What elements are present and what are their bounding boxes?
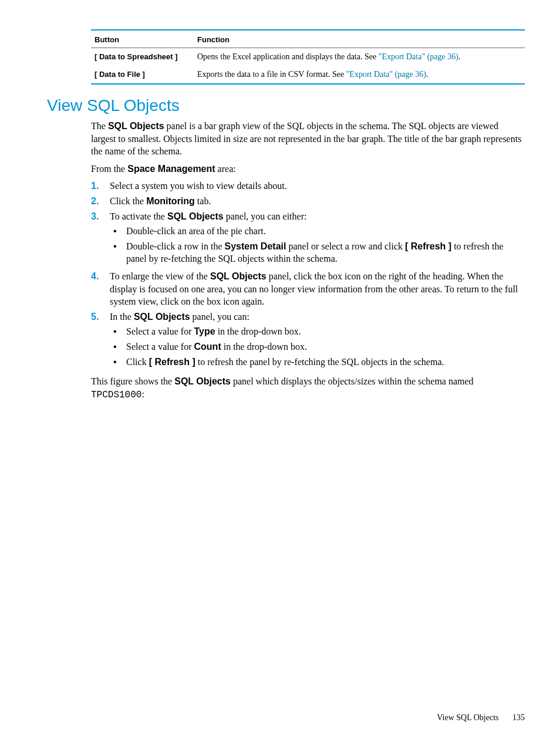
text: panel or select a row and click — [286, 241, 405, 251]
mono-text: TPCDS1000 — [91, 390, 141, 400]
step-number: 3. — [91, 210, 110, 223]
sub-bullets: • Select a value for Type in the drop-do… — [110, 325, 525, 368]
bullet-text: Select a value for Count in the drop-dow… — [126, 340, 525, 353]
section-heading: View SQL Objects — [47, 96, 525, 115]
bold-text: [ Refresh ] — [405, 241, 451, 251]
bold-text: Space Management — [127, 164, 215, 174]
text: Click — [126, 357, 149, 367]
bullet-marker: • — [110, 340, 126, 353]
function-cell: Exports the data to a file in CSV format… — [194, 66, 525, 84]
text: Click the — [110, 196, 146, 206]
closing-paragraph: This figure shows the SQL Objects panel … — [91, 375, 525, 401]
bullet-item: • Select a value for Type in the drop-do… — [110, 325, 525, 338]
text: tab. — [195, 196, 211, 206]
page-footer: View SQL Objects 135 — [437, 713, 525, 723]
step-number: 2. — [91, 195, 110, 208]
bold-text: System Detail — [225, 241, 286, 251]
table-header-function: Function — [194, 30, 525, 48]
bullet-item: • Double-click a row in the System Detai… — [110, 240, 525, 265]
bullet-item: • Select a value for Count in the drop-d… — [110, 340, 525, 353]
bullet-marker: • — [110, 356, 126, 369]
bold-text: SQL Objects — [174, 376, 231, 386]
button-label: [ Data to File ] — [91, 66, 194, 84]
bold-text: SQL Objects — [108, 121, 164, 131]
bold-text: Count — [194, 342, 221, 352]
text: From the — [91, 164, 127, 174]
function-text-post: . — [458, 52, 461, 61]
bullet-marker: • — [110, 240, 126, 253]
bullet-text: Double-click a row in the System Detail … — [126, 240, 525, 265]
bold-text: [ Refresh ] — [149, 357, 195, 367]
text: panel which displays the objects/sizes w… — [231, 376, 474, 386]
table-row: [ Data to Spreadsheet ] Opens the Excel … — [91, 48, 525, 66]
sub-bullets: • Double-click an area of the pie chart.… — [110, 225, 525, 265]
text: In the — [110, 312, 134, 322]
text: Select a value for — [126, 342, 194, 352]
intro-paragraph-2: From the Space Management area: — [91, 163, 525, 175]
step-text: Select a system you wish to view details… — [110, 180, 525, 193]
export-data-link[interactable]: "Export Data" (page 36) — [346, 70, 426, 79]
step-item: 5. In the SQL Objects panel, you can: • … — [91, 310, 525, 370]
text: To enlarge the view of the — [110, 271, 210, 281]
button-label: [ Data to Spreadsheet ] — [91, 48, 194, 66]
bold-text: SQL Objects — [134, 312, 190, 322]
text: Select a value for — [126, 326, 194, 336]
step-text: To activate the SQL Objects panel, you c… — [110, 211, 306, 221]
function-cell: Opens the Excel application and displays… — [194, 48, 525, 66]
text: in the drop-down box. — [215, 326, 301, 336]
intro-paragraph-1: The SQL Objects panel is a bar graph vie… — [91, 120, 525, 158]
text: area: — [215, 164, 236, 174]
function-text-post: . — [426, 70, 429, 79]
export-data-link[interactable]: "Export Data" (page 36) — [379, 52, 458, 61]
bold-text: SQL Objects — [167, 211, 224, 221]
step-item: 4. To enlarge the view of the SQL Object… — [91, 270, 525, 308]
text: : — [141, 389, 144, 399]
bullet-text: Click [ Refresh ] to refresh the panel b… — [126, 356, 525, 369]
text: This figure shows the — [91, 376, 174, 386]
step-item: 3. To activate the SQL Objects panel, yo… — [91, 210, 525, 268]
text: Double-click a row in the — [126, 241, 225, 251]
step-text: To enlarge the view of the SQL Objects p… — [110, 270, 525, 308]
table-row: [ Data to File ] Exports the data to a f… — [91, 66, 525, 84]
bold-text: Type — [194, 326, 215, 336]
bullet-marker: • — [110, 325, 126, 338]
steps-list: 1. Select a system you wish to view deta… — [91, 180, 525, 370]
table-header-button: Button — [91, 30, 194, 48]
step-text: In the SQL Objects panel, you can: — [110, 312, 249, 322]
footer-label: View SQL Objects — [437, 713, 498, 722]
step-number: 4. — [91, 270, 110, 283]
text: in the drop-down box. — [221, 342, 307, 352]
step-text: Click the Monitoring tab. — [110, 195, 525, 208]
page-number: 135 — [512, 713, 525, 722]
text: To activate the — [110, 211, 167, 221]
bullet-text: Double-click an area of the pie chart. — [126, 225, 525, 238]
bullet-marker: • — [110, 225, 126, 238]
bullet-item: • Double-click an area of the pie chart. — [110, 225, 525, 238]
text: The — [91, 121, 108, 131]
text: to refresh the panel by re-fetching the … — [195, 357, 444, 367]
function-text-pre: Opens the Excel application and displays… — [197, 52, 379, 61]
step-item: 2. Click the Monitoring tab. — [91, 195, 525, 208]
bold-text: SQL Objects — [210, 271, 266, 281]
function-text-pre: Exports the data to a file in CSV format… — [197, 70, 346, 79]
bold-text: Monitoring — [146, 196, 195, 206]
step-item: 1. Select a system you wish to view deta… — [91, 180, 525, 193]
step-number: 1. — [91, 180, 110, 193]
button-function-table: Button Function [ Data to Spreadsheet ] … — [91, 29, 525, 85]
text: panel, you can: — [190, 312, 249, 322]
bullet-text: Select a value for Type in the drop-down… — [126, 325, 525, 338]
text: panel, you can either: — [224, 211, 307, 221]
step-number: 5. — [91, 310, 110, 323]
bullet-item: • Click [ Refresh ] to refresh the panel… — [110, 356, 525, 369]
